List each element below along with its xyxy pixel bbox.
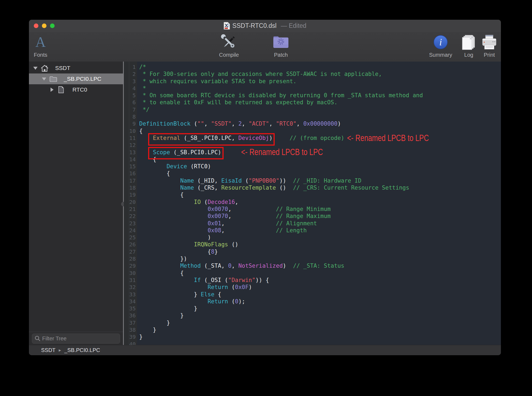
code-line: } — [139, 312, 501, 319]
code-line: 0x0070, // Range Maximum — [139, 213, 501, 220]
navigator-tree: SSDT _SB.PCI0.LPC — [29, 63, 123, 95]
line-number: 34 — [129, 298, 137, 305]
tree-item-label: _SB.PCI0.LPC — [64, 76, 101, 82]
window-title: SSDT-RTC0.dsl — [232, 22, 277, 29]
code-area[interactable]: /* * For 300-series only and occasions w… — [137, 62, 501, 345]
code-line: * to enable it 0xF will be returned as e… — [139, 99, 501, 106]
code-line: /* — [139, 63, 501, 71]
code-line: * — [139, 85, 501, 92]
patch-button[interactable]: Patch — [269, 33, 293, 58]
editor: 1234567891011121314151617181920212223242… — [124, 62, 501, 345]
compile-icon — [221, 33, 237, 51]
line-number: 22 — [129, 213, 137, 220]
summary-button[interactable]: i Summary — [427, 33, 454, 58]
log-button[interactable]: Log — [459, 33, 479, 58]
title-group: SSDT-RTC0.dsl — Edited — [29, 20, 501, 32]
line-number: 5 — [129, 92, 137, 99]
line-number: 26 — [129, 241, 137, 248]
line-number: 27 — [129, 248, 137, 255]
path-bar: SSDT ▸ _SB.PCI0.LPC — [29, 345, 501, 355]
line-numbers: 1234567891011121314151617181920212223242… — [129, 62, 137, 345]
line-number: 2 — [129, 71, 137, 78]
disclosure-triangle-icon[interactable] — [33, 67, 38, 70]
line-number: 40 — [129, 341, 137, 345]
code-lines: /* * For 300-series only and occasions w… — [137, 63, 501, 345]
line-number: 7 — [129, 106, 137, 113]
tree-item-rtc0[interactable]: RTC0 — [29, 84, 123, 95]
line-number: 4 — [129, 85, 137, 92]
code-line: IRQNoFlags () — [139, 241, 501, 248]
line-number: 6 — [129, 99, 137, 106]
log-documents-icon — [461, 33, 477, 51]
disclosure-triangle-icon[interactable] — [42, 78, 46, 80]
code-line: 0x0070, // Range Minimum — [139, 206, 501, 213]
title-bar: SSDT-RTC0.dsl — Edited — [29, 20, 501, 32]
patch-icon — [272, 33, 289, 51]
folder-icon — [49, 76, 57, 83]
print-button[interactable]: Print — [480, 33, 499, 58]
code-line: ) — [139, 234, 501, 241]
window-edited-status: — Edited — [281, 22, 307, 29]
print-label: Print — [484, 52, 495, 58]
line-number: 33 — [129, 291, 137, 298]
code-line: Return (0); — [139, 298, 501, 305]
line-number: 12 — [129, 142, 137, 149]
code-line: IO (Decode16, — [139, 199, 501, 206]
line-number: 17 — [129, 177, 137, 184]
line-number: 36 — [129, 312, 137, 319]
code-line: } — [139, 319, 501, 326]
line-number: 21 — [129, 206, 137, 213]
disclosure-triangle-icon[interactable] — [51, 88, 54, 92]
line-number: 13 — [129, 149, 137, 156]
line-number: 3 — [129, 78, 137, 85]
code-line: Method (_STA, 0, NotSerialized) // _STA:… — [139, 262, 501, 269]
code-line: { — [139, 127, 501, 135]
tree-item-ssdt[interactable]: SSDT — [29, 63, 123, 73]
line-number: 20 — [129, 199, 137, 206]
log-label: Log — [464, 52, 473, 58]
tree-item-sb-pci0-lpc[interactable]: _SB.PCI0.LPC — [29, 73, 123, 84]
code-line: Name (_CRS, ResourceTemplate () // _CRS:… — [139, 184, 501, 191]
line-number: 35 — [129, 305, 137, 312]
code-line — [139, 341, 501, 345]
code-line: Device (RTC0) — [139, 163, 501, 170]
line-number: 9 — [129, 120, 137, 127]
home-icon — [41, 65, 48, 73]
line-number: 1 — [129, 63, 137, 71]
fonts-button[interactable]: A Fonts — [31, 33, 50, 58]
code-line: External (_SB_.PCI0.LPC, DeviceObj) // (… — [139, 135, 501, 142]
code-line: 0x01, // Alignment — [139, 220, 501, 227]
line-number: 11 — [129, 135, 137, 142]
code-line: { — [139, 170, 501, 177]
compile-button[interactable]: Compile — [216, 33, 242, 58]
filter-area — [29, 332, 123, 345]
line-number: 15 — [129, 163, 137, 170]
code-line: */ — [139, 106, 501, 113]
line-number: 37 — [129, 319, 137, 326]
annotation-text-scope: <- Renamed LPCB to LPC — [241, 147, 323, 157]
breadcrumb-root[interactable]: SSDT — [41, 347, 55, 353]
search-icon — [35, 335, 41, 343]
filter-tree-input[interactable] — [32, 334, 120, 344]
annotation-text-external: <- Renamed LPCB to LPC — [347, 133, 429, 143]
line-number: 38 — [129, 326, 137, 333]
code-line: * For 300-series only and occasions wher… — [139, 71, 501, 78]
code-line: Return (0x0F) — [139, 284, 501, 291]
line-number: 10 — [129, 127, 137, 135]
tree-item-label: RTC0 — [72, 86, 87, 93]
code-line: } — [139, 333, 501, 340]
code-line: * which requires variable STAS to be pre… — [139, 78, 501, 85]
code-line: { — [139, 270, 501, 277]
document-icon — [58, 86, 64, 95]
breadcrumb-separator-icon: ▸ — [59, 347, 61, 353]
line-number: 28 — [129, 255, 137, 262]
breadcrumb-scope[interactable]: _SB.PCI0.LPC — [64, 347, 100, 353]
code-line: } Else { — [139, 291, 501, 298]
line-number: 32 — [129, 284, 137, 291]
code-line: { — [139, 191, 501, 198]
app-window: SSDT-RTC0.dsl — Edited A Fonts — [29, 20, 501, 355]
code-line — [139, 113, 501, 120]
gutter-margin — [124, 62, 129, 345]
code-line: Name (_HID, EisaId ("PNP0B00")) // _HID:… — [139, 177, 501, 184]
code-line: If (_OSI ("Darwin")) { — [139, 277, 501, 284]
